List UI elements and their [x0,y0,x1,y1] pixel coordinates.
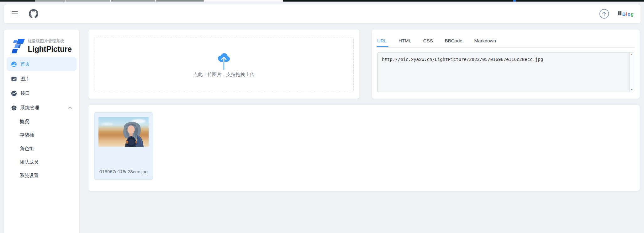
sidebar-subitem-buckets[interactable]: 存储桶 [7,128,77,142]
github-link[interactable] [29,9,39,19]
link-formats-panel: URL HTML CSS BBCode Markdown http://pic.… [372,30,640,99]
image-thumbnail[interactable] [98,117,149,147]
sidebar-item-home[interactable]: 首页 [7,57,77,71]
gear-icon [11,105,17,111]
upload-dropzone[interactable]: 点此上传图片，支持拖拽上传 [94,37,354,92]
image-card[interactable]: 016967e116c28ecc.jpg [94,112,153,180]
blog-logo-glyph [618,11,621,15]
sidebar: 轻量级图片管理系统 LightPicture 首页 [4,30,79,233]
sidebar-item-gallery[interactable]: 图库 [7,72,77,86]
upload-panel: 点此上传图片，支持拖拽上传 [88,30,359,99]
api-icon [11,90,17,96]
sidebar-subitem-overview[interactable]: 概况 [7,115,77,128]
browser-chrome-strip [0,0,644,2]
sidebar-subitem-members[interactable]: 团队成员 [7,155,77,169]
textarea-scrollbar[interactable]: ▲ ▼ [629,52,634,92]
scroll-down-arrow-icon[interactable]: ▼ [631,88,633,92]
image-filename: 016967e116c28ecc.jpg [94,169,153,174]
cloud-upload-icon [216,51,232,71]
scroll-top-button[interactable] [599,8,610,19]
sidebar-item-label: 图库 [20,76,30,82]
scroll-up-arrow-icon[interactable]: ▲ [631,52,633,57]
sidebar-item-label: 接口 [20,90,30,96]
tab-markdown[interactable]: Markdown [474,38,496,47]
chrome-segment [0,0,35,2]
tab-bbcode[interactable]: BBCode [445,38,462,47]
github-icon [29,9,38,19]
sidebar-menu: 首页 图库 接口 [7,57,77,182]
tab-css[interactable]: CSS [423,38,433,47]
sidebar-item-label: 首页 [20,61,30,67]
chrome-segment [66,0,111,2]
sidebar-item-api[interactable]: 接口 [7,86,77,100]
sidebar-toggle-button[interactable] [12,11,18,16]
sidebar-item-system[interactable]: 系统管理 [7,100,77,115]
picture-icon [11,76,17,82]
app-subtitle: 轻量级图片管理系统 [28,39,72,44]
top-header-bar: Blog [4,4,641,23]
chevron-up-icon [68,106,72,109]
sidebar-subitem-roles[interactable]: 角色组 [7,142,77,155]
chrome-segment [204,0,283,2]
dashboard-icon [11,61,17,67]
chrome-segment [35,0,66,2]
lightpicture-logo-icon [12,38,25,54]
sidebar-item-label: 系统管理 [20,105,39,111]
gallery-panel: 016967e116c28ecc.jpg [88,105,640,191]
tabs-divider [377,47,634,48]
app-logo[interactable]: 轻量级图片管理系统 LightPicture [4,30,79,57]
chrome-segment [156,0,204,2]
link-format-tabs: URL HTML CSS BBCode Markdown [377,38,496,47]
chrome-segment [283,0,644,2]
sidebar-subitem-settings[interactable]: 系统设置 [7,169,77,182]
image-url-textarea[interactable]: http://pic.xyaxw.cn/LightPicture/2022/05… [377,52,634,92]
chrome-accent-speck [513,0,516,2]
tab-html[interactable]: HTML [399,38,411,47]
sidebar-submenu: 概况 存储桶 角色组 团队成员 系统设置 [7,115,77,182]
tab-url[interactable]: URL [377,38,387,47]
chrome-segment [111,0,156,2]
upload-hint-text: 点此上传图片，支持拖拽上传 [193,72,255,78]
blog-site-logo[interactable]: Blog [618,11,634,16]
app-title: LightPicture [28,45,72,54]
